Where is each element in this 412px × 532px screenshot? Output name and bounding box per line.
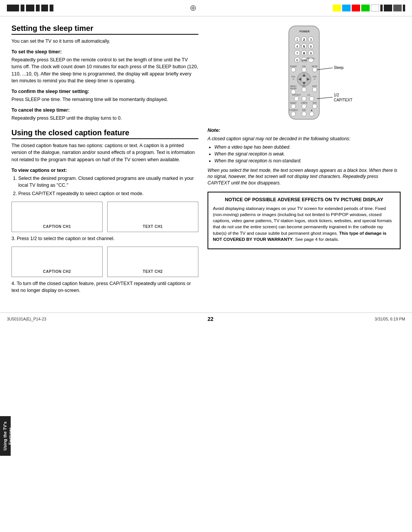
svg-point-63: [291, 112, 296, 116]
color-green: [361, 5, 370, 11]
svg-text:CH-: CH-: [302, 85, 306, 87]
svg-text:«: «: [293, 78, 294, 80]
color-dark-1: [384, 5, 392, 11]
notice-box: NOTICE OF POSSIBLE ADVERSE EFFECTS ON TV…: [208, 192, 401, 249]
bar-block-6: [50, 5, 53, 11]
svg-point-59: [312, 104, 317, 109]
svg-point-57: [302, 104, 306, 109]
svg-text:1/2: 1/2: [334, 93, 339, 97]
color-dark-2: [393, 5, 402, 11]
svg-point-53: [309, 96, 314, 101]
top-bar-center: ⊕: [53, 3, 333, 13]
text-ch1-label: TEXT CH1: [143, 224, 163, 229]
footer-page-number: 22: [208, 316, 214, 322]
closed-caption-title: Using the closed caption feature: [11, 128, 198, 139]
svg-point-31: [312, 67, 317, 72]
svg-text:▲: ▲: [311, 109, 313, 111]
svg-text:POWER: POWER: [299, 30, 309, 33]
note-intro: A closed caption signal may not be decod…: [208, 136, 401, 142]
cancel-sleep-label: To cancel the sleep timer:: [11, 107, 198, 114]
step-3-text: 3. Press 1/2 to select the caption or te…: [11, 235, 198, 242]
bar-block-3: [26, 5, 34, 11]
crosshair-icon: ⊕: [190, 3, 196, 13]
text-ch2-label: TEXT CH2: [143, 269, 163, 274]
svg-point-55: [291, 104, 296, 109]
caption-row-1: CAPTION CH1 TEXT CH1: [11, 202, 198, 232]
set-sleep-label: To set the sleep timer:: [11, 48, 198, 55]
svg-text:5: 5: [303, 45, 305, 48]
caption-ch2-label: CAPTION CH2: [43, 269, 71, 274]
top-bar: ⊕: [0, 0, 412, 16]
svg-text:CH+: CH+: [302, 65, 306, 67]
svg-text:0: 0: [296, 58, 298, 62]
cancel-sleep-text: Repeatedly press SLEEP until the display…: [11, 115, 198, 122]
note-bullet-1: When a video tape has been dubbed.: [214, 144, 401, 151]
svg-text:CHRTN: CHRTN: [301, 102, 307, 104]
svg-text:Sleep: Sleep: [334, 66, 344, 70]
color-blue: [342, 5, 351, 11]
step-4-text: 4. To turn off the closed caption featur…: [11, 280, 198, 294]
caption-step-1: Select the desired program. Closed capti…: [18, 175, 198, 189]
view-captions-list: Select the desired program. Closed capti…: [11, 175, 198, 197]
notice-title: NOTICE OF POSSIBLE ADVERSE EFFECTS ON TV…: [213, 196, 395, 203]
bar-block-4: [36, 5, 40, 11]
remote-svg: POWER 1 2 3 4 5 6 7 8 9: [277, 24, 331, 123]
color-white: [371, 5, 379, 11]
svg-text:MTS: MTS: [313, 102, 317, 104]
remote-container: POWER 1 2 3 4 5 6 7 8 9: [208, 24, 401, 123]
svg-text:3: 3: [310, 38, 312, 42]
svg-text:4: 4: [296, 45, 298, 48]
text-ch2-box: TEXT CH2: [107, 247, 198, 277]
svg-point-65: [309, 112, 314, 116]
note-title: Note:: [208, 127, 401, 134]
svg-text:8: 8: [303, 51, 305, 55]
color-sep-1: [380, 5, 383, 11]
svg-text:ENTER: ENTER: [290, 87, 297, 90]
caption-ch1-label: CAPTION CH1: [43, 224, 71, 229]
view-captions-label: To view captions or text:: [11, 167, 198, 174]
svg-text:»: »: [314, 78, 315, 80]
sleep-timer-section: Setting the sleep timer You can set the …: [11, 24, 198, 122]
closed-caption-intro: The closed caption feature has two optio…: [11, 142, 198, 163]
svg-text:2: 2: [303, 38, 305, 42]
top-bar-left-blocks: [7, 5, 53, 11]
svg-text:CAPTEXT: CAPTEXT: [292, 94, 301, 96]
svg-point-48: [312, 87, 317, 92]
caption-ch1-box: CAPTION CH1: [11, 202, 103, 232]
footer-right: 3/31/05, 6:19 PM: [375, 317, 405, 321]
note-bullet-3: When the signal reception is non-standar…: [214, 157, 401, 164]
svg-text:1/2: 1/2: [307, 94, 310, 96]
left-column: Setting the sleep timer You can set the …: [11, 24, 198, 301]
bar-block-1: [7, 5, 19, 11]
svg-text:7: 7: [296, 51, 298, 55]
color-yellow: [333, 5, 341, 11]
bottom-bar: 3U50101A(E)_P14-23 22 3/31/05, 6:19 PM: [0, 312, 412, 325]
svg-point-52: [302, 96, 306, 101]
note-bullets: When a video tape has been dubbed. When …: [208, 144, 401, 164]
caption-row-2: CAPTION CH2 TEXT CH2: [11, 247, 198, 277]
svg-point-46: [302, 87, 306, 92]
sleep-timer-intro: You can set the TV so it turns off autom…: [11, 38, 198, 45]
svg-text:MUTE: MUTE: [312, 65, 318, 67]
side-tab: Using the TV's Features: [0, 416, 11, 456]
bar-block-2: [21, 5, 24, 11]
svg-point-37: [301, 77, 307, 82]
svg-point-29: [302, 67, 306, 72]
closed-caption-section: Using the closed caption feature The clo…: [11, 128, 198, 294]
sleep-timer-title: Setting the sleep timer: [11, 24, 198, 35]
caption-step-2: Press CAP/TEXT repeatedly to select capt…: [18, 190, 198, 197]
svg-text:FAV: FAV: [302, 109, 306, 111]
svg-point-64: [302, 112, 306, 116]
text-ch1-box: TEXT CH1: [107, 202, 198, 232]
svg-text:RESET: RESET: [290, 102, 297, 104]
svg-text:1: 1: [296, 38, 298, 42]
svg-text:CAP/TEXT: CAP/TEXT: [334, 98, 352, 102]
svg-text:6: 6: [310, 45, 312, 48]
svg-point-27: [291, 67, 296, 72]
svg-text:SLEEP: SLEEP: [290, 65, 297, 67]
top-bar-right-blocks: [333, 5, 405, 11]
set-sleep-text: Repeatedly press SLEEP on the remote con…: [11, 56, 198, 84]
svg-text:100: 100: [301, 59, 307, 62]
color-sep-2: [403, 5, 405, 11]
confirm-sleep-text: Press SLEEP one time. The remaining time…: [11, 96, 198, 103]
